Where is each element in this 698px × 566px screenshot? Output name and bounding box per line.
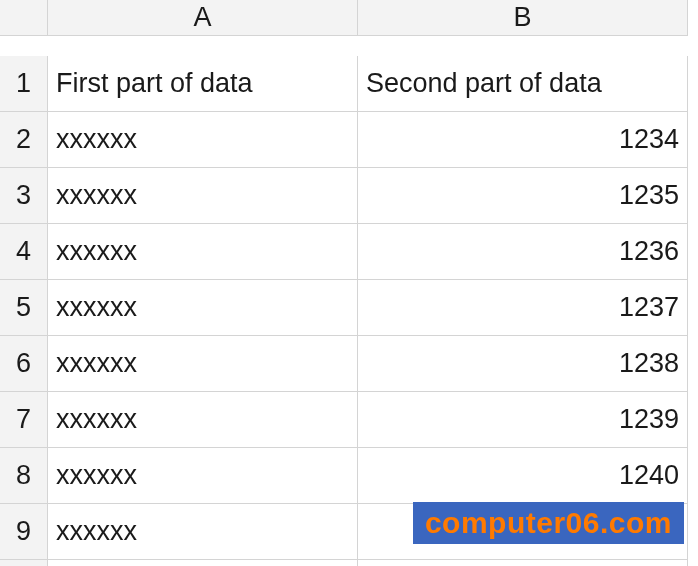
row-header-6[interactable]: 6 <box>0 336 48 392</box>
cell-A6[interactable]: xxxxxx <box>48 336 358 392</box>
select-all-corner[interactable] <box>0 0 48 36</box>
cell-A2[interactable]: xxxxxx <box>48 112 358 168</box>
cell-B5[interactable]: 1237 <box>358 280 688 336</box>
column-header-A[interactable]: A <box>48 0 358 36</box>
cell-A4[interactable]: xxxxxx <box>48 224 358 280</box>
cell-B8[interactable]: 1240 <box>358 448 688 504</box>
column-header-B[interactable]: B <box>358 0 688 36</box>
row-header-4[interactable]: 4 <box>0 224 48 280</box>
cell-B1[interactable]: Second part of data <box>358 56 688 112</box>
cell-A1[interactable]: First part of data <box>48 56 358 112</box>
cell-A10[interactable]: xxxxxx <box>48 560 358 566</box>
cell-A5[interactable]: xxxxxx <box>48 280 358 336</box>
row-header-8[interactable]: 8 <box>0 448 48 504</box>
spreadsheet-grid: A B 1 First part of data Second part of … <box>0 0 698 566</box>
cell-B4[interactable]: 1236 <box>358 224 688 280</box>
cell-B3[interactable]: 1235 <box>358 168 688 224</box>
cell-B7[interactable]: 1239 <box>358 392 688 448</box>
row-header-9[interactable]: 9 <box>0 504 48 560</box>
cell-B10[interactable]: 1242 <box>358 560 688 566</box>
row-header-7[interactable]: 7 <box>0 392 48 448</box>
cell-A7[interactable]: xxxxxx <box>48 392 358 448</box>
cell-A3[interactable]: xxxxxx <box>48 168 358 224</box>
cell-A9[interactable]: xxxxxx <box>48 504 358 560</box>
row-header-5[interactable]: 5 <box>0 280 48 336</box>
cell-A8[interactable]: xxxxxx <box>48 448 358 504</box>
row-header-3[interactable]: 3 <box>0 168 48 224</box>
cell-B9[interactable]: 1241 <box>358 504 688 560</box>
row-header-10[interactable]: 0 <box>0 560 48 566</box>
row-header-2[interactable]: 2 <box>0 112 48 168</box>
row-header-1[interactable]: 1 <box>0 56 48 112</box>
cell-B6[interactable]: 1238 <box>358 336 688 392</box>
cell-B2[interactable]: 1234 <box>358 112 688 168</box>
